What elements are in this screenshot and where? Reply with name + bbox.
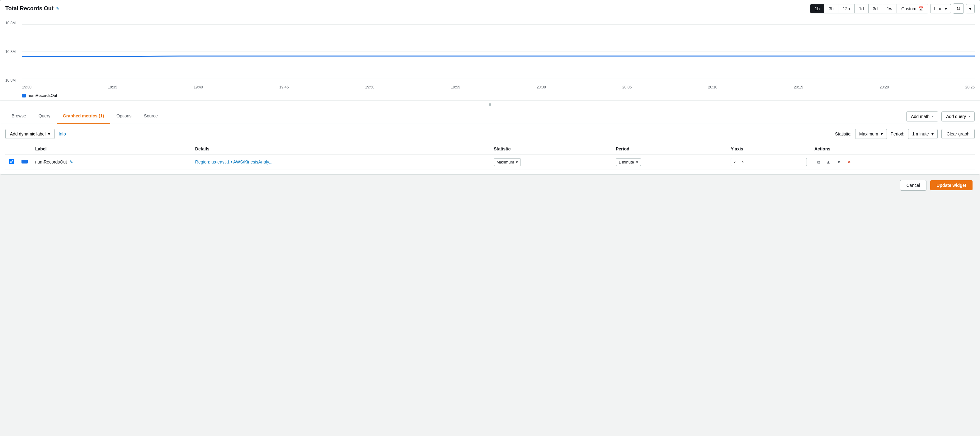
- yaxis-right-button[interactable]: ›: [739, 158, 747, 165]
- add-dynamic-label-button[interactable]: Add dynamic label ▾: [5, 129, 55, 139]
- more-options-button[interactable]: ▾: [966, 4, 975, 13]
- chart-title: Total Records Out: [5, 5, 54, 12]
- tabs-container: Browse Query Graphed metrics (1) Options…: [0, 109, 980, 124]
- time-btn-custom[interactable]: Custom 📅: [897, 4, 928, 13]
- time-btn-12h[interactable]: 12h: [838, 4, 854, 13]
- move-down-action-button[interactable]: ▼: [834, 158, 844, 165]
- th-checkbox: [5, 143, 18, 155]
- th-details: Details: [191, 143, 490, 155]
- period-value: 1 minute: [912, 131, 929, 137]
- calendar-icon: 📅: [918, 6, 924, 11]
- statistic-dropdown[interactable]: Maximum: [855, 129, 887, 139]
- clear-graph-button[interactable]: Clear graph: [942, 129, 975, 139]
- x-label-6: 20:00: [537, 85, 546, 89]
- row-statistic-cell: Maximum: [490, 155, 612, 169]
- statistic-value: Maximum: [859, 131, 878, 137]
- x-label-8: 20:10: [708, 85, 718, 89]
- metric-name: numRecordsOut ✎: [35, 159, 188, 164]
- cancel-button[interactable]: Cancel: [900, 180, 927, 191]
- move-up-action-button[interactable]: ▲: [824, 158, 833, 165]
- line-label: Line: [934, 6, 942, 11]
- table-header-row: Label Details Statistic Period Y axis Ac…: [5, 143, 975, 155]
- row-label-cell: numRecordsOut ✎: [32, 155, 191, 169]
- page-footer: Cancel Update widget: [0, 175, 980, 196]
- chart-legend: numRecordsOut: [0, 92, 980, 100]
- add-math-label: Add math: [911, 114, 929, 119]
- copy-action-button[interactable]: ⧉: [815, 158, 822, 166]
- row-checkbox-wrapper[interactable]: [9, 159, 14, 164]
- add-query-arrow: ▾: [969, 115, 970, 118]
- legend-label: numRecordsOut: [28, 93, 57, 98]
- row-details-cell: Region: us-east-1 • AWS/KinesisAnaly...: [191, 155, 490, 169]
- metric-edit-icon[interactable]: ✎: [69, 159, 73, 164]
- add-math-button[interactable]: Add math ▾: [906, 111, 938, 121]
- x-label-2: 19:40: [194, 85, 203, 89]
- add-label-text: Add dynamic label: [10, 131, 45, 137]
- row-statistic-dropdown[interactable]: Maximum: [494, 158, 521, 166]
- row-period-value: 1 minute: [619, 160, 634, 164]
- x-label-3: 19:45: [279, 85, 289, 89]
- tab-query[interactable]: Query: [32, 109, 57, 124]
- metrics-content: Add dynamic label ▾ Info Statistic: Maxi…: [0, 124, 980, 174]
- drag-icon: ≡: [488, 102, 491, 107]
- y-label-mid: 10.8M: [5, 49, 16, 54]
- info-link[interactable]: Info: [59, 131, 66, 137]
- chart-svg-area: [22, 21, 975, 83]
- row-checkbox[interactable]: [9, 159, 14, 164]
- time-btn-1h[interactable]: 1h: [810, 4, 824, 13]
- line-dropdown-arrow: [945, 6, 947, 11]
- time-btn-3d[interactable]: 3d: [869, 4, 883, 13]
- x-label-9: 20:15: [794, 85, 803, 89]
- main-container: Total Records Out ✎ 1h 3h 12h 1d 3d 1w C…: [0, 0, 980, 175]
- x-label-4: 19:50: [365, 85, 374, 89]
- x-label-1: 19:35: [108, 85, 117, 89]
- th-statistic: Statistic: [490, 143, 612, 155]
- time-btn-group: 1h 3h 12h 1d 3d 1w Custom 📅: [810, 4, 928, 13]
- chart-header: Total Records Out ✎ 1h 3h 12h 1d 3d 1w C…: [0, 0, 980, 17]
- yaxis-left-button[interactable]: ‹: [731, 158, 739, 165]
- period-dropdown[interactable]: 1 minute: [908, 129, 938, 139]
- time-btn-1d[interactable]: 1d: [854, 4, 869, 13]
- row-color-cell: [18, 155, 32, 169]
- update-widget-button[interactable]: Update widget: [930, 180, 972, 190]
- time-btn-3h[interactable]: 3h: [824, 4, 838, 13]
- row-period-arrow: [636, 160, 638, 164]
- chart-title-area: Total Records Out ✎: [5, 5, 60, 12]
- metrics-table: Label Details Statistic Period Y axis Ac…: [5, 143, 975, 169]
- refresh-button[interactable]: ↻: [953, 3, 964, 14]
- edit-title-icon[interactable]: ✎: [56, 6, 60, 11]
- drag-handle[interactable]: ≡: [0, 100, 980, 109]
- period-label: Period:: [891, 131, 904, 137]
- tab-browse[interactable]: Browse: [5, 109, 32, 124]
- time-btn-1w[interactable]: 1w: [882, 4, 897, 13]
- add-math-arrow: ▾: [932, 115, 934, 118]
- metrics-top-right: Statistic: Maximum Period: 1 minute Clea…: [835, 129, 975, 139]
- action-buttons: ⧉ ▲ ▼ ✕: [815, 158, 971, 166]
- details-link[interactable]: Region: us-east-1 • AWS/KinesisAnaly...: [195, 159, 272, 164]
- x-label-5: 19:55: [451, 85, 460, 89]
- line-dropdown[interactable]: Line: [930, 4, 951, 13]
- th-actions: Actions: [811, 143, 975, 155]
- statistic-label: Statistic:: [835, 131, 851, 137]
- row-period-select-wrapper: 1 minute: [616, 158, 723, 166]
- x-label-7: 20:05: [622, 85, 632, 89]
- row-statistic-value: Maximum: [496, 160, 514, 164]
- custom-label: Custom: [901, 6, 916, 11]
- chart-x-labels: 19:30 19:35 19:40 19:45 19:50 19:55 20:0…: [22, 85, 975, 89]
- row-period-cell: 1 minute: [612, 155, 727, 169]
- row-actions-cell: ⧉ ▲ ▼ ✕: [811, 155, 975, 169]
- add-query-button[interactable]: Add query ▾: [942, 111, 975, 121]
- delete-action-button[interactable]: ✕: [845, 158, 854, 165]
- time-controls: 1h 3h 12h 1d 3d 1w Custom 📅 Line ↻ ▾: [810, 3, 975, 14]
- row-period-dropdown[interactable]: 1 minute: [616, 158, 641, 166]
- tab-source[interactable]: Source: [138, 109, 164, 124]
- tab-graphed-metrics[interactable]: Graphed metrics (1): [57, 109, 110, 124]
- x-label-0: 19:30: [22, 85, 32, 89]
- th-color: [18, 143, 32, 155]
- row-statistic-select-wrapper: Maximum: [494, 158, 608, 166]
- th-period: Period: [612, 143, 727, 155]
- period-dropdown-arrow: [931, 131, 934, 137]
- tab-options[interactable]: Options: [110, 109, 138, 124]
- yaxis-buttons: ‹ ›: [731, 158, 807, 166]
- row-color-swatch: [21, 160, 28, 164]
